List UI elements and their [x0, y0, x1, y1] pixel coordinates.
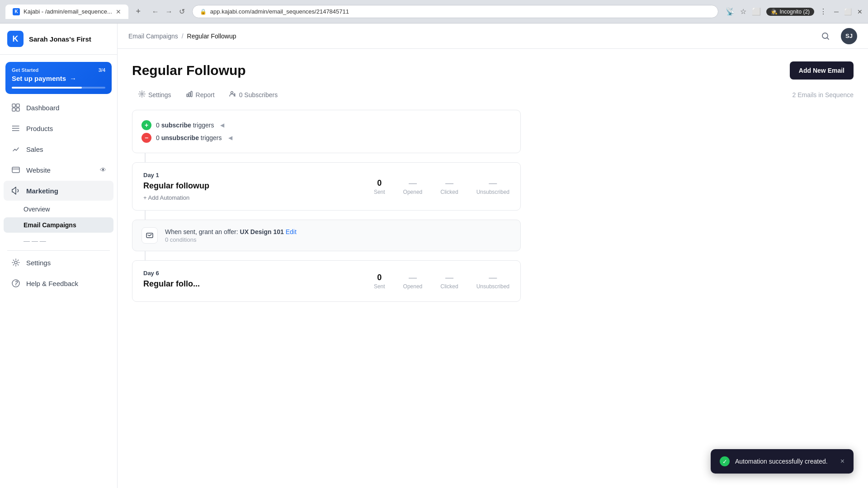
subscribe-trigger-row: + 0 subscribe triggers ◀: [142, 120, 511, 130]
subscribers-tab-icon: [229, 90, 236, 99]
settings-icon: [11, 258, 21, 267]
close-button[interactable]: ✕: [857, 8, 863, 15]
svg-rect-7: [12, 167, 19, 173]
website-icon: [11, 165, 21, 175]
tab-subscribers[interactable]: 0 Subscribers: [223, 87, 284, 103]
svg-point-15: [231, 92, 233, 94]
menu-icon[interactable]: ⋮: [820, 7, 827, 16]
setup-banner[interactable]: Get Started 3/4 Set up payments →: [5, 62, 112, 94]
day6-sent-label: Sent: [374, 283, 385, 290]
sidebar-subitem-placeholder[interactable]: — — —: [4, 233, 113, 249]
topbar-right: SJ: [817, 28, 857, 44]
website-eye-icon: 👁: [100, 166, 106, 174]
incognito-badge: 🕵 Incognito (2): [766, 8, 814, 16]
unsubscribe-trigger-text: 0 unsubscribe triggers: [156, 134, 222, 141]
subscribers-tab-label: 0 Subscribers: [239, 91, 278, 99]
svg-point-9: [12, 280, 19, 287]
breadcrumb-parent-link[interactable]: Email Campaigns: [128, 33, 178, 40]
clicked-label: Clicked: [440, 188, 458, 195]
sidebar-item-marketing[interactable]: Marketing: [4, 181, 113, 201]
sent-label: Sent: [374, 188, 385, 195]
sent-stat: 0 Sent: [374, 178, 385, 195]
sidebar-item-sales[interactable]: Sales: [4, 139, 113, 159]
sidebar-item-website[interactable]: Website 👁: [4, 160, 113, 180]
emails-in-sequence: 2 Emails in Sequence: [793, 91, 854, 99]
subscribe-trigger-arrow[interactable]: ◀: [220, 122, 224, 128]
svg-rect-13: [189, 93, 190, 97]
user-avatar[interactable]: SJ: [841, 28, 857, 44]
toast-close-button[interactable]: ×: [840, 457, 844, 465]
lock-icon: 🔒: [200, 9, 207, 15]
sidebar-item-dashboard[interactable]: Dashboard: [4, 98, 113, 117]
tab-close-button[interactable]: ✕: [116, 8, 121, 15]
settings-tab-icon: [138, 90, 146, 99]
extension-icon[interactable]: ⬜: [752, 7, 761, 16]
tabs-row: Settings Report: [132, 87, 854, 103]
automation-text: When sent, grant an offer: UX Design 101…: [165, 228, 297, 235]
day6-unsubscribed-value: —: [476, 273, 509, 282]
svg-rect-14: [191, 91, 192, 97]
minimize-button[interactable]: ─: [834, 8, 839, 15]
bookmark-icon[interactable]: ☆: [740, 7, 746, 16]
clicked-stat: — Clicked: [440, 178, 458, 195]
svg-point-8: [14, 261, 17, 264]
unsubscribed-stat: — Unsubscribed: [476, 178, 509, 195]
search-button[interactable]: [817, 28, 834, 44]
automation-card: When sent, grant an offer: UX Design 101…: [132, 220, 521, 251]
offer-name: UX Design 101: [240, 228, 284, 235]
opened-stat: — Opened: [403, 178, 423, 195]
sidebar-subitem-email-campaigns[interactable]: Email Campaigns: [4, 217, 113, 233]
browser-tab[interactable]: K Kajabi - /admin/email_sequence... ✕: [5, 5, 128, 19]
sidebar-subitem-overview[interactable]: Overview: [4, 202, 113, 217]
svg-point-11: [141, 93, 143, 95]
new-tab-button[interactable]: +: [132, 5, 145, 18]
main-content: Email Campaigns / Regular Followup SJ: [118, 23, 868, 488]
add-automation-button[interactable]: + Add Automation: [143, 194, 509, 201]
overview-label: Overview: [24, 206, 50, 213]
tab-settings[interactable]: Settings: [132, 87, 178, 103]
add-new-email-button[interactable]: Add New Email: [790, 61, 854, 80]
timeline: + 0 subscribe triggers ◀ − 0 unsubscribe…: [132, 110, 854, 302]
opened-value: —: [403, 178, 423, 188]
unsubscribe-trigger-arrow[interactable]: ◀: [228, 135, 232, 141]
setup-banner-progress-fill: [12, 87, 82, 89]
cast-icon[interactable]: 📡: [726, 7, 735, 16]
address-bar[interactable]: 🔒 app.kajabi.com/admin/email_sequences/2…: [192, 5, 719, 18]
sidebar-item-products[interactable]: Products: [4, 118, 113, 138]
breadcrumb: Email Campaigns / Regular Followup: [128, 33, 817, 40]
refresh-button[interactable]: ↺: [179, 7, 185, 16]
svg-point-4: [12, 126, 13, 127]
day-6-card: Day 6 Regular follo... 0 Sent — Opened: [132, 260, 521, 302]
unsubscribed-label: Unsubscribed: [476, 188, 509, 195]
sidebar-header: K Sarah Jonas's First: [0, 23, 117, 55]
sales-label: Sales: [26, 145, 106, 153]
sidebar-item-settings[interactable]: Settings: [4, 253, 113, 272]
report-tab-label: Report: [196, 91, 215, 99]
marketing-icon: [11, 186, 21, 196]
unsubscribed-value: —: [476, 178, 509, 188]
day6-unsubscribed-label: Unsubscribed: [476, 283, 509, 290]
browser-right-controls: 📡 ☆ ⬜ 🕵 Incognito (2) ⋮: [726, 7, 827, 16]
day-6-section: Day 6 Regular follo... 0 Sent — Opened: [132, 260, 521, 302]
day6-clicked-value: —: [440, 273, 458, 282]
settings-label: Settings: [26, 259, 106, 267]
toast-message: Automation successfully created.: [735, 458, 828, 465]
marketing-label: Marketing: [26, 187, 106, 195]
setup-banner-label: Get Started 3/4: [12, 67, 105, 73]
timeline-connector-1: [145, 153, 146, 162]
svg-rect-0: [12, 104, 15, 107]
tab-report[interactable]: Report: [179, 87, 221, 103]
url-text: app.kajabi.com/admin/email_sequences/214…: [210, 8, 349, 15]
day-1-stats: 0 Sent — Opened — Clicked: [374, 178, 509, 195]
dashboard-icon: [11, 103, 21, 113]
sidebar-item-help[interactable]: Help & Feedback: [4, 273, 113, 293]
setup-banner-title: Set up payments →: [12, 75, 105, 82]
back-button[interactable]: ←: [152, 8, 159, 16]
browser-nav-controls: ← → ↺: [152, 7, 185, 16]
subscribe-trigger-text: 0 subscribe triggers: [156, 122, 214, 129]
edit-automation-link[interactable]: Edit: [286, 228, 297, 235]
maximize-button[interactable]: ⬜: [844, 8, 852, 15]
svg-rect-1: [16, 104, 19, 107]
website-label: Website: [26, 166, 94, 174]
forward-button[interactable]: →: [165, 8, 173, 16]
